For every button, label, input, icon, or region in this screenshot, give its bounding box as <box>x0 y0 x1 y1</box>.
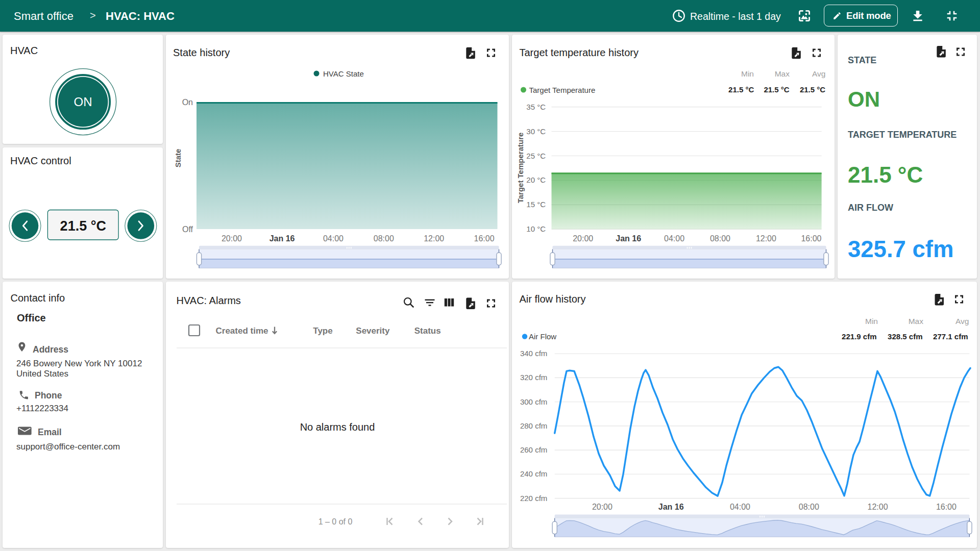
svg-text:ON: ON <box>74 95 92 109</box>
svg-text:TARGET TEMPERATURE: TARGET TEMPERATURE <box>848 130 957 140</box>
svg-text:State: State <box>174 149 182 168</box>
svg-text:21.5 °C: 21.5 °C <box>764 85 789 94</box>
svg-text:Target Temperature: Target Temperature <box>516 133 525 204</box>
svg-text:340 cfm: 340 cfm <box>520 349 547 358</box>
svg-text:04:00: 04:00 <box>730 503 750 511</box>
svg-text:Avg: Avg <box>812 69 825 78</box>
svg-text:21.5 °C: 21.5 °C <box>728 85 754 94</box>
svg-text:280 cfm: 280 cfm <box>520 421 547 430</box>
svg-text:21.5 °C: 21.5 °C <box>60 218 106 233</box>
svg-text:15 °C: 15 °C <box>526 200 546 209</box>
svg-text:220 cfm: 220 cfm <box>520 494 547 503</box>
svg-text:HVAC State: HVAC State <box>323 69 364 78</box>
svg-text:08:00: 08:00 <box>710 234 730 243</box>
svg-text:12:00: 12:00 <box>424 234 444 243</box>
svg-text:1 – 0 of 0: 1 – 0 of 0 <box>318 517 353 526</box>
svg-text:Max: Max <box>775 69 790 78</box>
svg-text:Severity: Severity <box>356 326 390 336</box>
svg-text:16:00: 16:00 <box>801 234 821 243</box>
svg-text:325.7 cfm: 325.7 cfm <box>848 236 953 262</box>
svg-text:12:00: 12:00 <box>868 503 888 511</box>
svg-text:support@office-center.com: support@office-center.com <box>16 442 120 452</box>
svg-text:35 °C: 35 °C <box>526 103 546 111</box>
svg-text:Jan 16: Jan 16 <box>658 503 684 511</box>
svg-text:Address: Address <box>33 344 68 355</box>
svg-text:246 Bowery New York NY 10012: 246 Bowery New York NY 10012 <box>16 359 142 368</box>
svg-text:Type: Type <box>313 326 332 336</box>
svg-text:221.9 cfm: 221.9 cfm <box>842 332 876 341</box>
svg-text:20:00: 20:00 <box>573 234 593 243</box>
svg-text:25 °C: 25 °C <box>526 152 546 160</box>
svg-text:21.5 °C: 21.5 °C <box>800 85 825 94</box>
svg-text:20:00: 20:00 <box>592 503 612 511</box>
svg-text:328.5 cfm: 328.5 cfm <box>888 332 922 341</box>
svg-text:04:00: 04:00 <box>323 234 344 243</box>
svg-text:16:00: 16:00 <box>474 234 495 243</box>
svg-text:Phone: Phone <box>35 390 62 400</box>
svg-text:United States: United States <box>16 369 68 379</box>
svg-text:Status: Status <box>414 326 441 336</box>
svg-text:Target Temperature: Target Temperature <box>529 86 596 94</box>
svg-text:Min: Min <box>865 317 878 325</box>
svg-text:Jan 16: Jan 16 <box>270 234 295 243</box>
svg-text:Avg: Avg <box>955 317 969 325</box>
svg-text:277.1 cfm: 277.1 cfm <box>933 332 968 341</box>
svg-text:12:00: 12:00 <box>756 234 776 243</box>
svg-text:20:00: 20:00 <box>222 234 242 243</box>
svg-text:STATE: STATE <box>848 55 876 65</box>
svg-text:320 cfm: 320 cfm <box>520 373 547 382</box>
svg-text:20 °C: 20 °C <box>526 176 546 184</box>
svg-text:+1112223334: +1112223334 <box>16 404 68 413</box>
svg-text:Created time: Created time <box>216 326 268 336</box>
svg-text:Off: Off <box>182 225 193 234</box>
svg-text:04:00: 04:00 <box>664 234 684 243</box>
svg-text:10 °C: 10 °C <box>526 224 546 233</box>
svg-text:08:00: 08:00 <box>374 234 394 243</box>
svg-text:Air Flow: Air Flow <box>529 332 556 341</box>
svg-text:260 cfm: 260 cfm <box>520 445 547 454</box>
svg-text:ON: ON <box>848 87 880 111</box>
svg-text:16:00: 16:00 <box>936 503 957 511</box>
svg-text:21.5 °C: 21.5 °C <box>848 162 923 187</box>
svg-text:Max: Max <box>909 317 924 325</box>
svg-text:On: On <box>182 98 193 107</box>
svg-text:AIR FLOW: AIR FLOW <box>848 203 893 213</box>
svg-text:Email: Email <box>38 427 62 437</box>
svg-text:300 cfm: 300 cfm <box>520 397 547 406</box>
svg-text:08:00: 08:00 <box>799 503 819 511</box>
svg-text:Jan 16: Jan 16 <box>616 234 641 243</box>
svg-text:No alarms found: No alarms found <box>300 421 375 433</box>
svg-text:30 °C: 30 °C <box>526 127 546 136</box>
svg-text:240 cfm: 240 cfm <box>520 469 547 478</box>
svg-text:Min: Min <box>741 69 754 78</box>
